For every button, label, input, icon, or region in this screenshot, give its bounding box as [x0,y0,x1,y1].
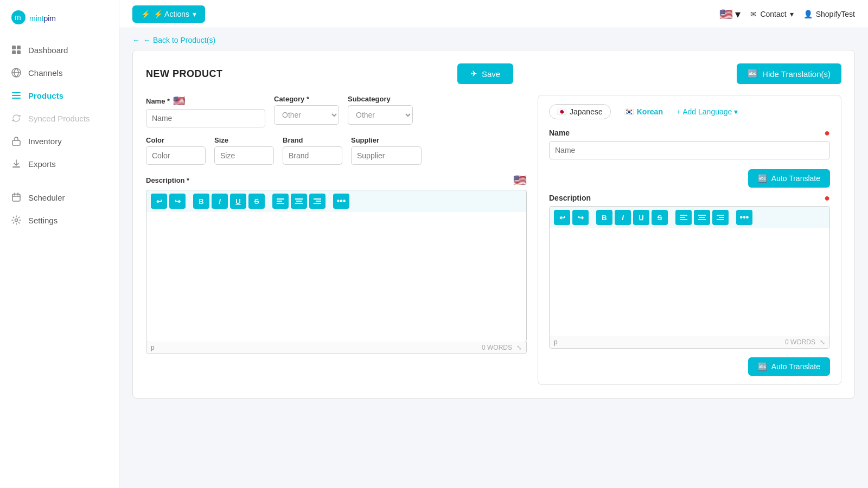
translate-icon-1: 🔤 [758,174,767,183]
underline-button-r[interactable]: U [633,210,649,225]
sidebar-item-label: Inventory [28,137,62,146]
save-label: Save [482,69,500,79]
more-button-r[interactable]: ••• [736,210,752,225]
hide-translation-button[interactable]: 🔤 Hide Translation(s) [737,63,841,84]
translation-name-group: Name ● [549,128,830,159]
category-select[interactable]: Other Electronics Clothing [274,105,339,125]
logo-text: mintpim [29,14,56,23]
sidebar-item-label: Products [28,91,63,100]
description-editor[interactable] [146,212,527,342]
user-menu[interactable]: 👤 ShopifyTest [803,10,855,18]
subcategory-select[interactable]: Other Sub1 Sub2 [348,105,413,125]
translation-description-editor[interactable] [549,228,830,337]
scheduler-icon [11,192,22,203]
save-button[interactable]: ✈ Save [457,63,513,84]
svg-rect-9 [12,98,21,99]
size-input[interactable] [214,146,274,165]
underline-button[interactable]: U [230,194,246,209]
sidebar-item-synced-products: Synced Products [0,107,119,130]
sidebar-item-dashboard[interactable]: Dashboard [0,38,119,61]
auto-translate-button-1[interactable]: 🔤 Auto Translate [748,169,830,188]
sidebar-item-scheduler[interactable]: Scheduler [0,186,119,209]
sidebar-item-channels[interactable]: Channels [0,61,119,84]
korean-label: Korean [637,107,663,116]
content-area: ← ← Back to Product(s) NEW PRODUCT ✈ Sav… [119,28,868,488]
align-center-button[interactable] [291,194,307,209]
italic-button[interactable]: I [212,194,228,209]
sidebar-item-inventory[interactable]: Inventory [0,130,119,152]
header-right: 🇺🇸 ▾ ✉ Contact ▾ 👤 ShopifyTest [719,8,855,21]
exports-icon [11,158,22,169]
add-language-label: + Add Language [676,107,732,116]
bold-button[interactable]: B [193,194,209,209]
page-title: NEW PRODUCT [146,68,223,80]
actions-label: ⚡ Actions [154,10,189,18]
align-right-button[interactable] [309,194,326,209]
align-center-button-r[interactable] [694,210,710,225]
brand-input[interactable] [283,146,342,165]
flag-selector[interactable]: 🇺🇸 ▾ [719,8,741,21]
undo-button-r[interactable]: ↩ [554,210,570,225]
size-label: Size [214,136,274,144]
sidebar-item-products[interactable]: Products [0,84,119,107]
right-paragraph-indicator: p [554,338,558,346]
svg-rect-10 [12,140,20,145]
auto-translate-label-2: Auto Translate [771,362,820,371]
add-language-button[interactable]: + Add Language ▾ [676,107,738,116]
right-resize-handle[interactable]: ⤡ [820,338,825,346]
sidebar-item-settings[interactable]: Settings [0,209,119,232]
bold-button-r[interactable]: B [596,210,612,225]
auto-translate-button-2[interactable]: 🔤 Auto Translate [748,357,830,376]
description-label: Description * [146,176,189,184]
sidebar-item-label: Exports [28,159,56,169]
translation-name-input[interactable] [549,141,830,159]
color-field-group: Color [146,136,206,165]
resize-handle[interactable]: ⤡ [516,344,522,351]
supplier-field-group: Supplier [351,136,422,165]
strikethrough-button-r[interactable]: S [652,210,668,225]
japanese-flag: 🇯🇵 [557,107,566,116]
sidebar-item-label: Channels [28,68,62,78]
description-flag: 🇺🇸 [513,174,527,187]
brand-label: Brand [283,136,342,144]
more-button[interactable]: ••• [333,194,349,209]
lang-tabs: 🇯🇵 Japanese 🇰🇷 Korean + Add Language ▾ [549,104,830,119]
logo: m mintpim [0,0,119,34]
sidebar-item-exports[interactable]: Exports [0,152,119,175]
align-left-button-r[interactable] [675,210,692,225]
auto-translate-1-wrapper: 🔤 Auto Translate [549,166,830,188]
auto-translate-label-1: Auto Translate [771,174,820,183]
lang-tab-japanese[interactable]: 🇯🇵 Japanese [549,104,611,119]
lightning-icon: ⚡ [141,10,150,18]
svg-rect-12 [12,194,20,201]
settings-icon [11,215,22,226]
dashboard-icon [11,44,22,55]
lang-tab-korean[interactable]: 🇰🇷 Korean [616,104,671,119]
align-left-button[interactable] [272,194,289,209]
redo-button-r[interactable]: ↪ [572,210,589,225]
subcategory-field-group: Subcategory Other Sub1 Sub2 [348,95,413,125]
strikethrough-button[interactable]: S [248,194,265,209]
redo-button[interactable]: ↪ [169,194,186,209]
contact-button[interactable]: ✉ Contact ▾ [750,10,793,18]
color-input[interactable] [146,146,206,165]
category-label: Category * [274,95,339,103]
svg-point-13 [15,219,18,222]
svg-text:m: m [15,13,21,22]
size-field-group: Size [214,136,274,165]
supplier-input[interactable] [351,146,422,165]
back-to-products-link[interactable]: ← ← Back to Product(s) [132,28,855,50]
right-editor-toolbar: ↩ ↪ B I U S [549,206,830,228]
sidebar: m mintpim Dashboard Channels [0,0,119,488]
actions-button[interactable]: ⚡ ⚡ Actions ▾ [132,5,205,23]
undo-button[interactable]: ↩ [151,194,167,209]
name-input[interactable] [146,109,265,127]
top-header: ⚡ ⚡ Actions ▾ 🇺🇸 ▾ ✉ Contact ▾ 👤 Shopif [119,0,868,28]
contact-label: Contact [760,10,786,18]
italic-button-r[interactable]: I [615,210,631,225]
header-left: ⚡ ⚡ Actions ▾ [132,5,205,23]
svg-rect-5 [17,50,21,54]
align-right-button-r[interactable] [712,210,729,225]
translation-description-label: Description ● [549,193,830,203]
contact-chevron: ▾ [790,10,794,18]
